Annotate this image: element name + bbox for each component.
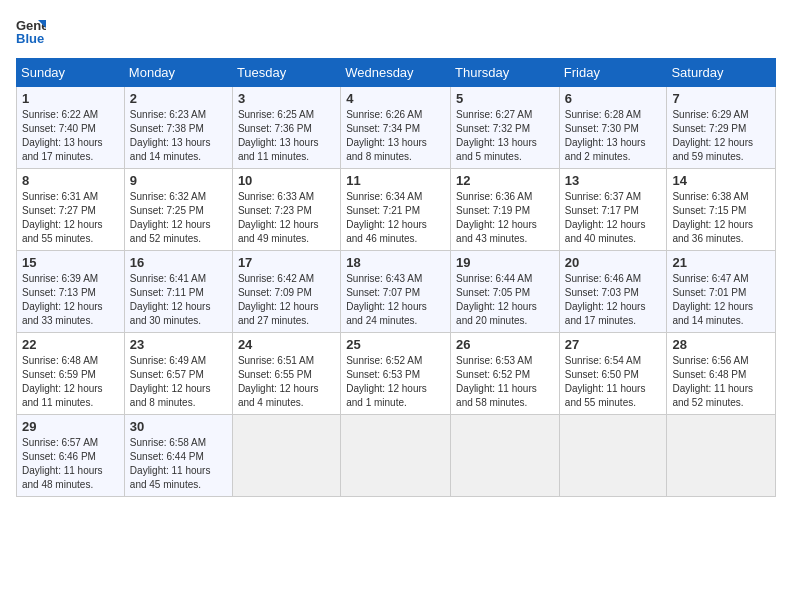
day-info: Sunrise: 6:28 AM Sunset: 7:30 PM Dayligh… <box>565 108 662 164</box>
day-number: 9 <box>130 173 227 188</box>
table-row: 12Sunrise: 6:36 AM Sunset: 7:19 PM Dayli… <box>451 169 560 251</box>
day-number: 21 <box>672 255 770 270</box>
col-thursday: Thursday <box>451 59 560 87</box>
day-number: 23 <box>130 337 227 352</box>
day-info: Sunrise: 6:33 AM Sunset: 7:23 PM Dayligh… <box>238 190 335 246</box>
day-number: 18 <box>346 255 445 270</box>
table-row: 13Sunrise: 6:37 AM Sunset: 7:17 PM Dayli… <box>559 169 667 251</box>
day-info: Sunrise: 6:29 AM Sunset: 7:29 PM Dayligh… <box>672 108 770 164</box>
table-row: 14Sunrise: 6:38 AM Sunset: 7:15 PM Dayli… <box>667 169 776 251</box>
table-row: 24Sunrise: 6:51 AM Sunset: 6:55 PM Dayli… <box>232 333 340 415</box>
day-info: Sunrise: 6:58 AM Sunset: 6:44 PM Dayligh… <box>130 436 227 492</box>
table-row: 1Sunrise: 6:22 AM Sunset: 7:40 PM Daylig… <box>17 87 125 169</box>
col-sunday: Sunday <box>17 59 125 87</box>
table-row: 7Sunrise: 6:29 AM Sunset: 7:29 PM Daylig… <box>667 87 776 169</box>
day-info: Sunrise: 6:48 AM Sunset: 6:59 PM Dayligh… <box>22 354 119 410</box>
day-number: 7 <box>672 91 770 106</box>
table-row <box>341 415 451 497</box>
table-row: 5Sunrise: 6:27 AM Sunset: 7:32 PM Daylig… <box>451 87 560 169</box>
table-row: 22Sunrise: 6:48 AM Sunset: 6:59 PM Dayli… <box>17 333 125 415</box>
calendar-week-3: 15Sunrise: 6:39 AM Sunset: 7:13 PM Dayli… <box>17 251 776 333</box>
day-number: 20 <box>565 255 662 270</box>
day-number: 4 <box>346 91 445 106</box>
calendar-week-1: 1Sunrise: 6:22 AM Sunset: 7:40 PM Daylig… <box>17 87 776 169</box>
day-number: 8 <box>22 173 119 188</box>
table-row: 27Sunrise: 6:54 AM Sunset: 6:50 PM Dayli… <box>559 333 667 415</box>
table-row: 3Sunrise: 6:25 AM Sunset: 7:36 PM Daylig… <box>232 87 340 169</box>
day-number: 16 <box>130 255 227 270</box>
day-info: Sunrise: 6:34 AM Sunset: 7:21 PM Dayligh… <box>346 190 445 246</box>
day-info: Sunrise: 6:52 AM Sunset: 6:53 PM Dayligh… <box>346 354 445 410</box>
table-row <box>667 415 776 497</box>
day-info: Sunrise: 6:25 AM Sunset: 7:36 PM Dayligh… <box>238 108 335 164</box>
table-row: 11Sunrise: 6:34 AM Sunset: 7:21 PM Dayli… <box>341 169 451 251</box>
day-number: 3 <box>238 91 335 106</box>
table-row: 21Sunrise: 6:47 AM Sunset: 7:01 PM Dayli… <box>667 251 776 333</box>
day-number: 6 <box>565 91 662 106</box>
table-row: 18Sunrise: 6:43 AM Sunset: 7:07 PM Dayli… <box>341 251 451 333</box>
day-number: 27 <box>565 337 662 352</box>
day-info: Sunrise: 6:36 AM Sunset: 7:19 PM Dayligh… <box>456 190 554 246</box>
day-info: Sunrise: 6:47 AM Sunset: 7:01 PM Dayligh… <box>672 272 770 328</box>
day-info: Sunrise: 6:38 AM Sunset: 7:15 PM Dayligh… <box>672 190 770 246</box>
day-number: 19 <box>456 255 554 270</box>
col-monday: Monday <box>124 59 232 87</box>
day-info: Sunrise: 6:26 AM Sunset: 7:34 PM Dayligh… <box>346 108 445 164</box>
table-row: 15Sunrise: 6:39 AM Sunset: 7:13 PM Dayli… <box>17 251 125 333</box>
calendar-week-5: 29Sunrise: 6:57 AM Sunset: 6:46 PM Dayli… <box>17 415 776 497</box>
col-saturday: Saturday <box>667 59 776 87</box>
day-number: 11 <box>346 173 445 188</box>
day-number: 17 <box>238 255 335 270</box>
table-row: 2Sunrise: 6:23 AM Sunset: 7:38 PM Daylig… <box>124 87 232 169</box>
day-info: Sunrise: 6:49 AM Sunset: 6:57 PM Dayligh… <box>130 354 227 410</box>
day-number: 24 <box>238 337 335 352</box>
day-info: Sunrise: 6:27 AM Sunset: 7:32 PM Dayligh… <box>456 108 554 164</box>
table-row: 29Sunrise: 6:57 AM Sunset: 6:46 PM Dayli… <box>17 415 125 497</box>
table-row <box>232 415 340 497</box>
table-row: 26Sunrise: 6:53 AM Sunset: 6:52 PM Dayli… <box>451 333 560 415</box>
day-number: 26 <box>456 337 554 352</box>
table-row: 8Sunrise: 6:31 AM Sunset: 7:27 PM Daylig… <box>17 169 125 251</box>
day-info: Sunrise: 6:39 AM Sunset: 7:13 PM Dayligh… <box>22 272 119 328</box>
day-number: 30 <box>130 419 227 434</box>
table-row <box>451 415 560 497</box>
col-wednesday: Wednesday <box>341 59 451 87</box>
day-info: Sunrise: 6:22 AM Sunset: 7:40 PM Dayligh… <box>22 108 119 164</box>
day-info: Sunrise: 6:53 AM Sunset: 6:52 PM Dayligh… <box>456 354 554 410</box>
day-number: 22 <box>22 337 119 352</box>
svg-text:Blue: Blue <box>16 31 44 46</box>
calendar-week-2: 8Sunrise: 6:31 AM Sunset: 7:27 PM Daylig… <box>17 169 776 251</box>
day-info: Sunrise: 6:43 AM Sunset: 7:07 PM Dayligh… <box>346 272 445 328</box>
day-number: 10 <box>238 173 335 188</box>
calendar-table: Sunday Monday Tuesday Wednesday Thursday… <box>16 58 776 497</box>
table-row: 4Sunrise: 6:26 AM Sunset: 7:34 PM Daylig… <box>341 87 451 169</box>
logo-icon: General Blue <box>16 16 46 46</box>
table-row: 28Sunrise: 6:56 AM Sunset: 6:48 PM Dayli… <box>667 333 776 415</box>
day-info: Sunrise: 6:41 AM Sunset: 7:11 PM Dayligh… <box>130 272 227 328</box>
table-row: 10Sunrise: 6:33 AM Sunset: 7:23 PM Dayli… <box>232 169 340 251</box>
day-number: 28 <box>672 337 770 352</box>
table-row: 6Sunrise: 6:28 AM Sunset: 7:30 PM Daylig… <box>559 87 667 169</box>
table-row <box>559 415 667 497</box>
day-number: 2 <box>130 91 227 106</box>
day-info: Sunrise: 6:42 AM Sunset: 7:09 PM Dayligh… <box>238 272 335 328</box>
table-row: 17Sunrise: 6:42 AM Sunset: 7:09 PM Dayli… <box>232 251 340 333</box>
header-row: Sunday Monday Tuesday Wednesday Thursday… <box>17 59 776 87</box>
day-number: 15 <box>22 255 119 270</box>
calendar-week-4: 22Sunrise: 6:48 AM Sunset: 6:59 PM Dayli… <box>17 333 776 415</box>
col-tuesday: Tuesday <box>232 59 340 87</box>
page-header: General Blue <box>16 16 776 46</box>
day-info: Sunrise: 6:46 AM Sunset: 7:03 PM Dayligh… <box>565 272 662 328</box>
day-info: Sunrise: 6:32 AM Sunset: 7:25 PM Dayligh… <box>130 190 227 246</box>
day-info: Sunrise: 6:44 AM Sunset: 7:05 PM Dayligh… <box>456 272 554 328</box>
logo: General Blue <box>16 16 46 46</box>
day-info: Sunrise: 6:56 AM Sunset: 6:48 PM Dayligh… <box>672 354 770 410</box>
day-number: 13 <box>565 173 662 188</box>
day-number: 14 <box>672 173 770 188</box>
day-info: Sunrise: 6:37 AM Sunset: 7:17 PM Dayligh… <box>565 190 662 246</box>
table-row: 23Sunrise: 6:49 AM Sunset: 6:57 PM Dayli… <box>124 333 232 415</box>
day-number: 29 <box>22 419 119 434</box>
day-info: Sunrise: 6:31 AM Sunset: 7:27 PM Dayligh… <box>22 190 119 246</box>
day-number: 25 <box>346 337 445 352</box>
table-row: 9Sunrise: 6:32 AM Sunset: 7:25 PM Daylig… <box>124 169 232 251</box>
